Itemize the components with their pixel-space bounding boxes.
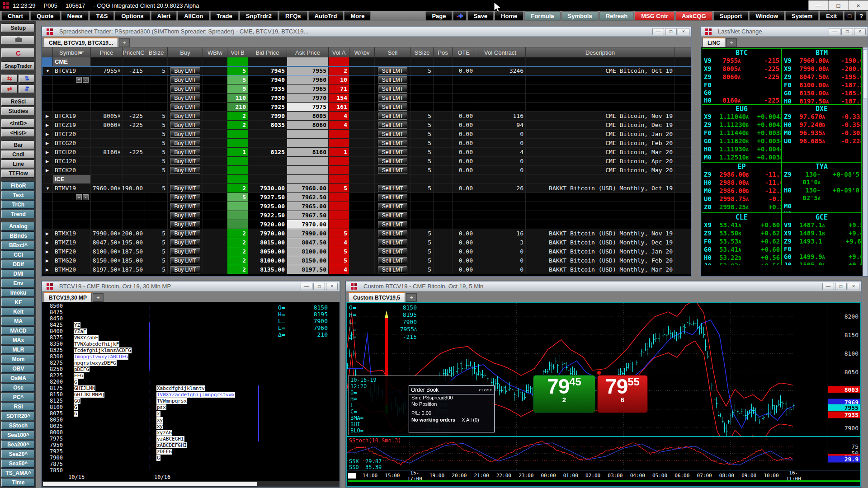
- buy-size-cell[interactable]: [145, 220, 168, 229]
- ask-volume-cell[interactable]: 5: [329, 229, 349, 238]
- sidebar-item-trend[interactable]: Trend: [1, 210, 35, 218]
- row-expand-cell[interactable]: ▶: [42, 256, 53, 265]
- menu--[interactable]: □: [844, 11, 855, 21]
- sell-lmt-button[interactable]: Sell LMT: [378, 76, 407, 84]
- buy-size-cell[interactable]: 5: [145, 148, 168, 156]
- expand-icon[interactable]: ▶: [46, 168, 49, 173]
- ask-volume-cell[interactable]: [329, 202, 349, 211]
- buy-size-cell[interactable]: [145, 202, 168, 211]
- ask-price-cell[interactable]: 7967.50: [287, 211, 329, 220]
- sidebar-item-rescl[interactable]: ReScl: [1, 97, 35, 106]
- buy-size-cell[interactable]: 5: [145, 229, 168, 238]
- collapse-icon[interactable]: ▼: [46, 69, 50, 73]
- ask-volume-cell[interactable]: 1: [329, 148, 349, 156]
- expand-icon[interactable]: ▶: [46, 114, 49, 118]
- sidebar-item-dmi[interactable]: DMI: [1, 269, 35, 278]
- mp-restore-button[interactable]: □: [313, 283, 325, 290]
- menu-support[interactable]: Support: [713, 11, 749, 21]
- symbol-cell[interactable]: BTMV19: [53, 184, 91, 192]
- sidebar-item-mom[interactable]: Mom: [1, 355, 35, 363]
- sidebar-item-sea100[interactable]: Sea100^: [1, 431, 35, 439]
- bid-price-cell[interactable]: 8035: [248, 121, 287, 129]
- buy-lmt-button[interactable]: Buy LMT: [170, 167, 200, 174]
- sell-size-cell[interactable]: 5: [411, 247, 434, 256]
- symbol-cell[interactable]: BTCH20: [53, 148, 91, 156]
- sidebar-item-sea50[interactable]: Sea50^: [1, 459, 35, 468]
- sidebar-item-setup[interactable]: Setup: [1, 23, 35, 32]
- ask-volume-cell[interactable]: [329, 220, 349, 229]
- buy-lmt-button[interactable]: Buy LMT: [170, 194, 200, 201]
- bid-price-cell[interactable]: 7935: [248, 84, 287, 93]
- order-book-close-button[interactable]: CLOSE: [479, 388, 492, 392]
- buy-size-cell[interactable]: 5: [145, 66, 168, 75]
- sell-size-cell[interactable]: 5: [411, 148, 434, 156]
- bid-price-cell[interactable]: 8125: [248, 148, 287, 156]
- buy-size-cell[interactable]: [145, 94, 168, 102]
- app-minimize-button[interactable]: —: [808, 0, 828, 10]
- add-tab-button[interactable]: +: [119, 38, 130, 47]
- column-header-wabv[interactable]: WAbv: [349, 47, 375, 57]
- ask-price-cell[interactable]: [287, 139, 329, 147]
- symbol-cell[interactable]: [53, 220, 91, 229]
- sidebar-item-analog[interactable]: Analog: [1, 222, 35, 230]
- time-scroll-thumb[interactable]: [348, 473, 356, 479]
- sell-size-cell[interactable]: [411, 103, 434, 111]
- column-header-bsize[interactable]: BSize: [145, 47, 168, 57]
- buy-size-cell[interactable]: 5: [145, 130, 168, 138]
- sell-size-cell[interactable]: [411, 84, 434, 93]
- sidebar-item-fibor[interactable]: FiboR: [1, 181, 35, 190]
- menu-trade[interactable]: Trade: [210, 11, 239, 21]
- buy-size-cell[interactable]: 5: [145, 184, 168, 192]
- scale-arrow-icon[interactable]: ⇆: [1, 74, 18, 83]
- ask-price-cell[interactable]: 8060: [287, 121, 329, 129]
- bid-volume-cell[interactable]: 2: [227, 265, 248, 274]
- sell-lmt-button[interactable]: Sell LMT: [378, 221, 407, 228]
- menu-system[interactable]: System: [785, 11, 819, 21]
- bid-volume-cell[interactable]: 2: [227, 238, 248, 247]
- ask-volume-cell[interactable]: 10: [329, 75, 349, 84]
- bid-price-cell[interactable]: 7930.00: [248, 184, 287, 192]
- cc-minimize-button[interactable]: —: [822, 283, 834, 290]
- column-header-vol-contract[interactable]: Vol Contract: [475, 47, 526, 57]
- buy-size-cell[interactable]: 5: [145, 139, 168, 147]
- row-expand-cell[interactable]: ▶: [42, 121, 53, 129]
- column-header-ote[interactable]: OTE: [453, 47, 475, 57]
- column-header-pos[interactable]: Pos: [434, 47, 453, 57]
- buy-size-cell[interactable]: [145, 211, 168, 220]
- spreadsheet-titlebar[interactable]: Spreadsheet Trader: PSspread300 (SIMThom…: [42, 27, 691, 37]
- expand-icon[interactable]: ▶: [46, 231, 49, 236]
- buy-lmt-button[interactable]: Buy LMT: [170, 131, 200, 138]
- sell-market-button[interactable]: 7955 6: [597, 375, 648, 413]
- ask-volume-cell[interactable]: 2: [329, 66, 349, 75]
- buy-lmt-button[interactable]: Buy LMT: [170, 266, 200, 273]
- sidebar-item-line[interactable]: Line: [1, 160, 35, 168]
- lnc-restore-button[interactable]: □: [841, 28, 853, 35]
- row-expand-cell[interactable]: ▶: [42, 265, 53, 274]
- ask-price-cell[interactable]: 7970: [287, 94, 329, 102]
- bid-volume-cell[interactable]: 2: [227, 184, 248, 192]
- buy-lmt-button[interactable]: Buy LMT: [170, 239, 200, 246]
- menu-symbols[interactable]: Symbols: [561, 11, 599, 21]
- buy-size-cell[interactable]: 5: [145, 166, 168, 174]
- sell-size-cell[interactable]: 5: [411, 157, 434, 165]
- sidebar-item-cndl[interactable]: Cndl: [1, 150, 35, 159]
- sell-size-cell[interactable]: 5: [411, 265, 434, 274]
- symbol-cell[interactable]: BTCX19: [53, 112, 91, 120]
- sell-lmt-button[interactable]: Sell LMT: [378, 131, 407, 138]
- bid-price-cell[interactable]: [248, 139, 287, 147]
- symbol-cell[interactable]: [53, 94, 91, 102]
- row-expand-cell[interactable]: ▶: [42, 229, 53, 238]
- bid-price-cell[interactable]: 8135.00: [248, 265, 287, 274]
- column-header-buy[interactable]: Buy: [168, 47, 203, 57]
- sell-lmt-button[interactable]: Sell LMT: [378, 185, 407, 192]
- ask-price-cell[interactable]: 8150.00: [287, 256, 329, 265]
- sidebar-item-intd[interactable]: <IntD>: [1, 119, 35, 127]
- bid-price-cell[interactable]: 8100.00: [248, 256, 287, 265]
- ask-volume-cell[interactable]: 5: [329, 184, 349, 192]
- symbol-cell[interactable]: BTCG20: [53, 139, 91, 147]
- ask-price-cell[interactable]: [287, 157, 329, 165]
- ask-volume-cell[interactable]: 5: [329, 247, 349, 256]
- lnc-scrollbar[interactable]: [863, 47, 868, 276]
- menu-snptrdr2[interactable]: SnpTrdr2: [240, 11, 278, 21]
- expand-icon[interactable]: ▶: [46, 249, 49, 254]
